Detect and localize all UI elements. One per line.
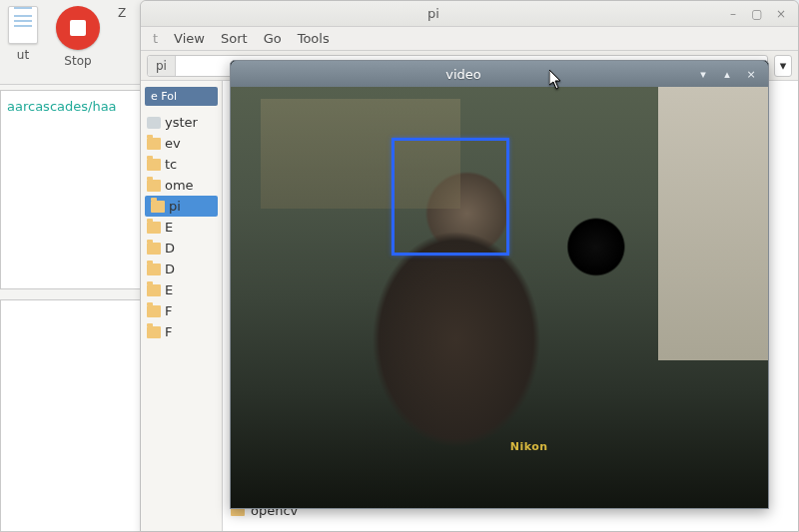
folder-icon [147, 284, 161, 296]
sidebar-item[interactable]: ev [141, 133, 222, 154]
ide-stop-tool: Stop [56, 6, 100, 68]
sidebar-item-label: yster [165, 115, 198, 130]
video-title: video [231, 67, 696, 82]
maximize-icon[interactable]: ▴ [720, 67, 734, 81]
sidebar-item[interactable]: yster [141, 112, 222, 133]
fm-titlebar[interactable]: pi – ▢ × [141, 1, 798, 27]
sidebar-item-label: E [165, 220, 173, 235]
sidebar-item[interactable]: D [141, 238, 222, 259]
face-detection-box [392, 138, 509, 256]
ide-ut-label: ut [17, 48, 29, 62]
sidebar-item-label: D [165, 241, 175, 256]
video-canvas: Nikon [231, 87, 768, 508]
folder-icon [151, 201, 165, 213]
folder-icon [147, 264, 161, 275]
fm-sidebar: e Fol yster ev tc ome pi E D D E F F [141, 81, 223, 531]
stop-icon [70, 20, 86, 36]
folder-icon [147, 222, 161, 234]
ide-editor[interactable]: aarcascades/haa [0, 90, 159, 289]
minimize-icon[interactable]: ▾ [696, 67, 710, 81]
menu-item-sort[interactable]: Sort [221, 31, 248, 46]
sidebar-item-label: E [165, 282, 173, 297]
fm-path-dropdown[interactable]: ▾ [774, 55, 792, 77]
ide-zoom-tool: Z [118, 6, 126, 20]
menu-item-view[interactable]: View [174, 31, 205, 46]
video-titlebar[interactable]: video ▾ ▴ × [231, 61, 768, 87]
background-wall [658, 87, 768, 360]
sidebar-item[interactable]: F [141, 300, 222, 321]
sidebar-item[interactable]: D [141, 259, 222, 279]
folder-icon [147, 159, 161, 171]
sidebar-item-label: tc [165, 157, 177, 172]
editor-text: aarcascades/haa [7, 99, 117, 114]
sidebar-item-label: pi [169, 199, 181, 214]
ide-toolbar: ut Stop Z [0, 0, 159, 85]
fm-window-controls: – ▢ × [726, 7, 798, 21]
ide-doc-tool: ut [8, 6, 38, 62]
sidebar-item-label: D [165, 262, 175, 276]
close-icon[interactable]: × [744, 67, 758, 81]
folder-icon [147, 243, 161, 255]
sidebar-item-label: F [165, 303, 172, 318]
sidebar-item-label: ome [165, 178, 194, 193]
menu-item-tools[interactable]: Tools [298, 31, 330, 46]
sidebar-item-label: ev [165, 136, 181, 151]
folder-icon [147, 180, 161, 192]
video-window-controls: ▾ ▴ × [696, 67, 768, 81]
sidebar-item[interactable]: tc [141, 154, 222, 175]
sidebar-header: e Fol [145, 87, 218, 106]
sidebar-item[interactable]: ome [141, 175, 222, 196]
folder-icon [147, 138, 161, 150]
folder-icon [147, 305, 161, 317]
ide-shell[interactable] [0, 299, 159, 532]
chevron-down-icon: ▾ [780, 58, 787, 73]
disk-icon [147, 117, 161, 129]
sidebar-item-pi[interactable]: pi [145, 196, 218, 217]
folder-icon [147, 326, 161, 338]
sidebar-item[interactable]: F [141, 321, 222, 342]
zoom-label: Z [118, 6, 126, 20]
minimize-icon[interactable]: – [726, 7, 740, 21]
video-window: video ▾ ▴ × Nikon [230, 60, 769, 509]
fm-path-segment[interactable]: pi [148, 56, 176, 76]
fm-title: pi [141, 6, 726, 21]
fm-menubar: t View Sort Go Tools [141, 27, 798, 51]
menu-item-trunc[interactable]: t [153, 31, 158, 46]
stop-button[interactable] [56, 6, 100, 50]
sidebar-item-label: F [165, 324, 172, 339]
maximize-icon[interactable]: ▢ [750, 7, 764, 21]
ide-panel: ut Stop Z aarcascades/haa [0, 0, 160, 532]
stop-label: Stop [64, 54, 91, 68]
document-icon[interactable] [8, 6, 38, 44]
sidebar-item[interactable]: E [141, 279, 222, 300]
camera-logo: Nikon [510, 440, 548, 453]
close-icon[interactable]: × [774, 7, 788, 21]
sidebar-item[interactable]: E [141, 217, 222, 238]
menu-item-go[interactable]: Go [264, 31, 282, 46]
